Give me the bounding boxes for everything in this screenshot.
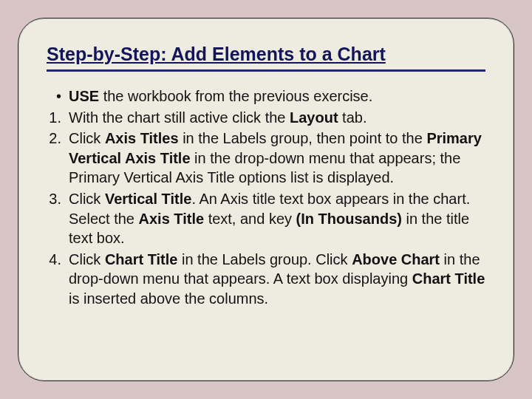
steps-list: 1.With the chart still active click the … [47,108,485,309]
text-run: in the Labels group. Click [177,251,352,267]
bullet-marker: • [47,86,69,106]
text-run: Click [69,191,105,207]
text-run: tab. [338,109,367,126]
step-text: Click Chart Title in the Labels group. C… [69,250,485,309]
bullet-text: USE the workbook from the previous exerc… [69,86,485,106]
text-run: With the chart still active click the [69,109,290,126]
step-row: 2.Click Axis Titles in the Labels group,… [47,129,485,188]
step-marker: 3. [47,189,69,248]
text-run: Click [69,130,105,146]
bold-run: Chart Title [412,270,485,287]
step-row: 3.Click Vertical Title. An Axis title te… [47,189,485,248]
step-marker: 1. [47,108,69,128]
step-text: With the chart still active click the La… [69,108,485,128]
slide-body: • USE the workbook from the previous exe… [47,86,485,309]
bold-run: Axis Titles [105,130,179,146]
bullet-row: • USE the workbook from the previous exe… [47,86,485,106]
step-marker: 4. [47,250,69,309]
text-run: Click [69,251,105,267]
text-run: in the Labels group, then point to the [179,130,427,146]
step-text: Click Vertical Title. An Axis title text… [69,189,485,248]
slide-title: Step-by-Step: Add Elements to a Chart [47,44,485,72]
text-run: is inserted above the columns. [69,290,268,307]
bold-run: Above Chart [352,251,440,267]
bullet-lead-bold: USE [69,88,99,104]
bullet-rest: the workbook from the previous exercise. [99,88,372,104]
step-row: 1.With the chart still active click the … [47,108,485,128]
bold-run: (In Thousands) [296,211,402,227]
bold-run: Layout [290,109,338,126]
bold-run: Chart Title [105,251,178,267]
step-text: Click Axis Titles in the Labels group, t… [69,129,485,188]
step-row: 4.Click Chart Title in the Labels group.… [47,250,485,309]
step-marker: 2. [47,129,69,188]
bold-run: Axis Title [139,211,205,227]
slide-card: Step-by-Step: Add Elements to a Chart • … [18,18,514,381]
bold-run: Vertical Title [105,191,191,207]
text-run: text, and key [204,211,296,227]
